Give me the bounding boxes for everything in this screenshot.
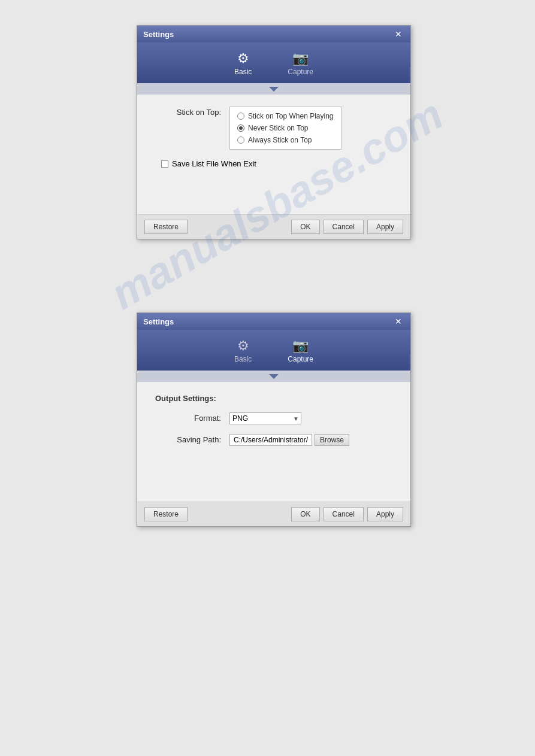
dialog-2-restore-button[interactable]: Restore bbox=[144, 507, 188, 521]
format-label: Format: bbox=[155, 412, 221, 423]
stick-on-top-label: Stick on Top: bbox=[155, 107, 221, 117]
dialog-2-apply-button[interactable]: Apply bbox=[367, 507, 403, 521]
dialog-2-footer-right: OK Cancel Apply bbox=[291, 507, 403, 521]
dialog-2-cancel-button[interactable]: Cancel bbox=[324, 507, 364, 521]
tab-arrow-2 bbox=[137, 371, 410, 382]
dialog-1-cancel-button[interactable]: Cancel bbox=[324, 220, 364, 234]
output-settings-title: Output Settings: bbox=[155, 394, 392, 403]
tab-basic-1[interactable]: ⚙ Basic bbox=[228, 48, 258, 78]
dialog-1-body: Stick on Top: Stick on Top When Playing … bbox=[137, 95, 410, 214]
tab-basic-2-label: Basic bbox=[234, 355, 252, 363]
radio-always[interactable]: Always Stick on Top bbox=[237, 136, 334, 144]
tab-capture-2[interactable]: 📷 Capture bbox=[282, 336, 319, 366]
arrow-down-icon-2 bbox=[269, 374, 279, 379]
radio-never-circle bbox=[237, 125, 244, 132]
tab-capture-1[interactable]: 📷 Capture bbox=[282, 48, 319, 78]
dialog-1-close-button[interactable]: ✕ bbox=[392, 29, 404, 39]
dialog-1-apply-button[interactable]: Apply bbox=[367, 220, 403, 234]
tab-basic-1-label: Basic bbox=[234, 68, 252, 76]
dialog-1-restore-button[interactable]: Restore bbox=[144, 220, 188, 234]
dialog-1-tabs: ⚙ Basic 📷 Capture bbox=[137, 42, 410, 83]
dialog-2-footer-left: Restore bbox=[144, 507, 188, 521]
radio-always-label: Always Stick on Top bbox=[248, 136, 312, 144]
dialog-1-title: Settings bbox=[143, 30, 174, 39]
dialog-1-ok-button[interactable]: OK bbox=[291, 220, 319, 234]
dialog-1-footer-right: OK Cancel Apply bbox=[291, 220, 403, 234]
dialog-2-titlebar: Settings ✕ bbox=[137, 313, 410, 330]
radio-when-playing-circle bbox=[237, 113, 244, 120]
radio-always-circle bbox=[237, 136, 244, 144]
dialog-2-ok-button[interactable]: OK bbox=[291, 507, 319, 521]
format-select-wrapper: PNG JPG BMP ▼ bbox=[229, 412, 301, 424]
gear-icon: ⚙ bbox=[237, 51, 249, 66]
tab-arrow-1 bbox=[137, 83, 410, 95]
camera-icon-2: 📷 bbox=[292, 338, 309, 354]
dialog-2-close-button[interactable]: ✕ bbox=[392, 317, 404, 326]
save-list-checkbox-row[interactable]: Save List File When Exit bbox=[161, 159, 392, 168]
arrow-down-icon bbox=[269, 87, 279, 92]
tab-basic-2[interactable]: ⚙ Basic bbox=[228, 336, 258, 366]
save-list-checkbox[interactable] bbox=[161, 160, 168, 168]
radio-never[interactable]: Never Stick on Top bbox=[237, 124, 334, 132]
camera-icon: 📷 bbox=[292, 51, 309, 66]
dialog-1-footer-left: Restore bbox=[144, 220, 188, 234]
format-row: Format: PNG JPG BMP ▼ bbox=[155, 412, 392, 424]
saving-path-label: Saving Path: bbox=[155, 434, 221, 444]
dialog-1-titlebar: Settings ✕ bbox=[137, 26, 410, 42]
radio-when-playing-label: Stick on Top When Playing bbox=[248, 112, 334, 120]
saving-path-display: C:/Users/Administrator/ bbox=[229, 434, 312, 446]
radio-when-playing[interactable]: Stick on Top When Playing bbox=[237, 112, 334, 120]
dialog-1-footer: Restore OK Cancel Apply bbox=[137, 214, 410, 239]
browse-button[interactable]: Browse bbox=[315, 434, 349, 446]
dialog-2-title: Settings bbox=[143, 317, 174, 326]
stick-on-top-row: Stick on Top: Stick on Top When Playing … bbox=[155, 107, 392, 150]
dialog-2-footer: Restore OK Cancel Apply bbox=[137, 502, 410, 526]
save-list-label: Save List File When Exit bbox=[172, 159, 256, 168]
tab-capture-1-label: Capture bbox=[288, 68, 313, 76]
radio-never-label: Never Stick on Top bbox=[248, 124, 309, 132]
stick-on-top-radio-group: Stick on Top When Playing Never Stick on… bbox=[229, 107, 341, 150]
format-select[interactable]: PNG JPG BMP bbox=[229, 412, 301, 424]
saving-path-row: Saving Path: C:/Users/Administrator/ Bro… bbox=[155, 434, 392, 446]
tab-capture-2-label: Capture bbox=[288, 355, 313, 363]
settings-dialog-2: Settings ✕ ⚙ Basic 📷 Capture Output Sett… bbox=[137, 312, 411, 527]
gear-icon-2: ⚙ bbox=[237, 338, 249, 354]
dialog-2-tabs: ⚙ Basic 📷 Capture bbox=[137, 330, 410, 371]
dialog-2-body: Output Settings: Format: PNG JPG BMP ▼ S… bbox=[137, 382, 410, 502]
settings-dialog-1: Settings ✕ ⚙ Basic 📷 Capture Stick on To… bbox=[137, 25, 411, 239]
